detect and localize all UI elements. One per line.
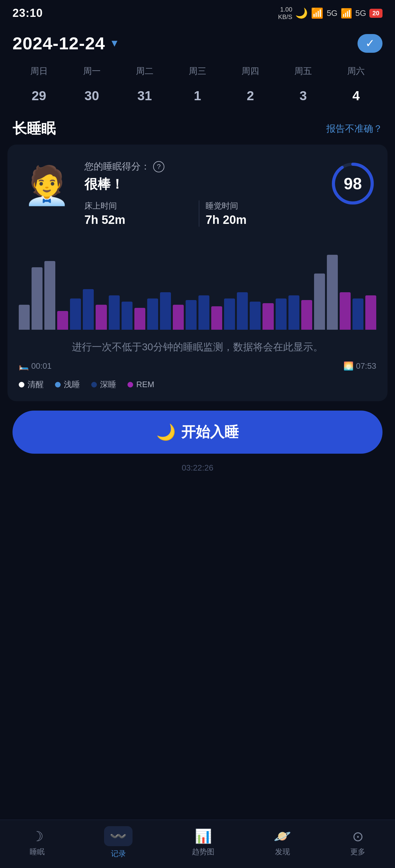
- chart-bar: [276, 299, 287, 330]
- bed-start-icon: 🛏️: [19, 361, 29, 371]
- nav-more-icon: ⊙: [352, 828, 364, 844]
- chart-bar: [147, 299, 158, 330]
- chart-bar: [224, 299, 235, 330]
- report-accuracy-link[interactable]: 报告不准确？: [326, 122, 383, 135]
- nav-discover[interactable]: 🪐 发现: [274, 828, 291, 857]
- start-sleep-button[interactable]: 🌙 开始入睡: [12, 411, 383, 454]
- header-section: 2024-12-24 ▼ ✓: [0, 24, 395, 60]
- score-number: 98: [344, 174, 362, 193]
- chart-bar: [262, 303, 274, 330]
- status-icons: 1.00KB/S 🌙 📶 5G 📶 5G 20: [278, 6, 383, 21]
- time-markers: 🛏️ 00:01 🌅 07:53: [19, 361, 376, 374]
- score-row: 🧑‍💼 您的睡眠得分： ? 很棒！ 床上时间 7h 52m 睡觉时间 7h 20…: [19, 157, 376, 227]
- chart-bar: [327, 255, 338, 330]
- chart-overlay-text: 进行一次不低于30分钟的睡眠监测，数据将会在此显示。: [19, 339, 376, 355]
- sleep-time-label: 睡觉时间: [206, 200, 314, 211]
- moon-icon: 🌙: [295, 7, 308, 19]
- calendar-section: 周日 周一 周二 周三 周四 周五 周六 29 30 31 1 2 3 4: [0, 60, 395, 116]
- nav-records-label: 记录: [111, 849, 126, 859]
- start-time-value: 00:01: [31, 361, 52, 371]
- bed-time-label: 床上时间: [84, 200, 193, 211]
- nav-records-icon: 〰️: [104, 826, 133, 846]
- score-comment: 很棒！: [84, 176, 320, 193]
- chart-bar: [288, 296, 300, 330]
- nav-sleep-label: 睡眠: [30, 847, 45, 857]
- cloud-check-icon: ✓: [365, 37, 375, 50]
- score-circle: 98: [329, 160, 376, 207]
- timestamp-hint: 03:22:26: [0, 460, 395, 479]
- date-selector[interactable]: 2024-12-24 ▼: [12, 33, 119, 53]
- nav-discover-icon: 🪐: [274, 828, 291, 844]
- nav-trends-icon: 📊: [195, 828, 212, 844]
- nav-trends-label: 趋势图: [192, 847, 215, 857]
- legend-rem-label: REM: [136, 380, 154, 389]
- nav-records[interactable]: 〰️ 记录: [104, 826, 133, 859]
- date-31[interactable]: 31: [118, 85, 171, 106]
- weekday-thu: 周四: [224, 63, 277, 80]
- nav-more-label: 更多: [350, 847, 365, 857]
- start-time-marker: 🛏️ 00:01: [19, 361, 52, 371]
- chart-bar: [173, 305, 184, 330]
- chart-bar: [45, 261, 55, 330]
- sleep-time-value: 7h 20m: [206, 213, 314, 227]
- date-30[interactable]: 30: [65, 85, 118, 106]
- weekday-fri: 周五: [277, 63, 330, 80]
- date-2[interactable]: 2: [224, 85, 277, 106]
- score-label-text: 您的睡眠得分：: [84, 160, 150, 173]
- score-help-icon[interactable]: ?: [153, 161, 164, 172]
- date-29[interactable]: 29: [12, 85, 65, 106]
- chart-bar: [134, 308, 145, 330]
- weekday-tue: 周二: [118, 63, 171, 80]
- weekday-wed: 周三: [171, 63, 224, 80]
- sleep-chart: [19, 239, 376, 333]
- legend-light: 浅睡: [55, 379, 80, 390]
- bottom-nav: ☽ 睡眠 〰️ 记录 📊 趋势图 🪐 发现 ⊙ 更多: [0, 819, 395, 868]
- legend-deep-label: 深睡: [100, 379, 116, 390]
- end-time-marker: 🌅 07:53: [343, 361, 376, 371]
- weekday-sat: 周六: [330, 63, 383, 80]
- status-time: 23:10: [12, 6, 43, 20]
- date-dropdown-arrow: ▼: [109, 37, 119, 49]
- chart-bar: [314, 274, 325, 330]
- date-1[interactable]: 1: [171, 85, 224, 106]
- weekday-sun: 周日: [12, 63, 65, 80]
- nav-more[interactable]: ⊙ 更多: [350, 828, 365, 857]
- wifi-icon: 📶: [311, 7, 323, 19]
- time-row: 床上时间 7h 52m 睡觉时间 7h 20m: [84, 200, 320, 227]
- legend-light-dot: [55, 382, 61, 388]
- chart-bar: [365, 296, 376, 330]
- date-3[interactable]: 3: [277, 85, 330, 106]
- weekday-mon: 周一: [65, 63, 118, 80]
- chart-bar: [57, 311, 68, 330]
- signal-icon-2: 5G: [355, 8, 366, 18]
- sleep-card: 🧑‍💼 您的睡眠得分： ? 很棒！ 床上时间 7h 52m 睡觉时间 7h 20…: [7, 145, 388, 401]
- section-title-row: 长睡眠 报告不准确？: [0, 116, 395, 145]
- date-4-today[interactable]: 4: [330, 85, 383, 106]
- wake-end-icon: 🌅: [343, 361, 354, 371]
- nav-sleep-icon: ☽: [31, 828, 44, 844]
- start-moon-icon: 🌙: [156, 423, 176, 441]
- score-middle: 您的睡眠得分： ? 很棒！ 床上时间 7h 52m 睡觉时间 7h 20m: [84, 157, 320, 227]
- legend-deep: 深睡: [91, 379, 116, 390]
- speed-indicator: 1.00KB/S: [278, 6, 292, 21]
- chart-bar: [186, 300, 197, 330]
- cloud-sync-button[interactable]: ✓: [358, 34, 383, 53]
- timestamp-value: 03:22:26: [181, 463, 213, 472]
- chart-bar: [340, 292, 350, 330]
- chart-bar: [301, 300, 312, 330]
- chart-bar: [352, 299, 363, 330]
- bed-time-value: 7h 52m: [84, 213, 193, 227]
- avatar-area: 🧑‍💼: [19, 157, 75, 213]
- start-button-area: 🌙 开始入睡: [0, 401, 395, 460]
- week-header: 周日 周一 周二 周三 周四 周五 周六: [12, 63, 383, 80]
- chart-bar: [121, 302, 133, 330]
- chart-bar: [237, 292, 248, 330]
- legend-rem: REM: [128, 379, 154, 390]
- legend-awake: 清醒: [19, 379, 44, 390]
- legend-deep-dot: [91, 382, 97, 388]
- nav-trends[interactable]: 📊 趋势图: [192, 828, 215, 857]
- legend-awake-dot: [19, 382, 24, 388]
- legend-rem-dot: [128, 382, 133, 388]
- signal-icon-1: 5G: [327, 8, 338, 18]
- nav-sleep[interactable]: ☽ 睡眠: [30, 828, 45, 857]
